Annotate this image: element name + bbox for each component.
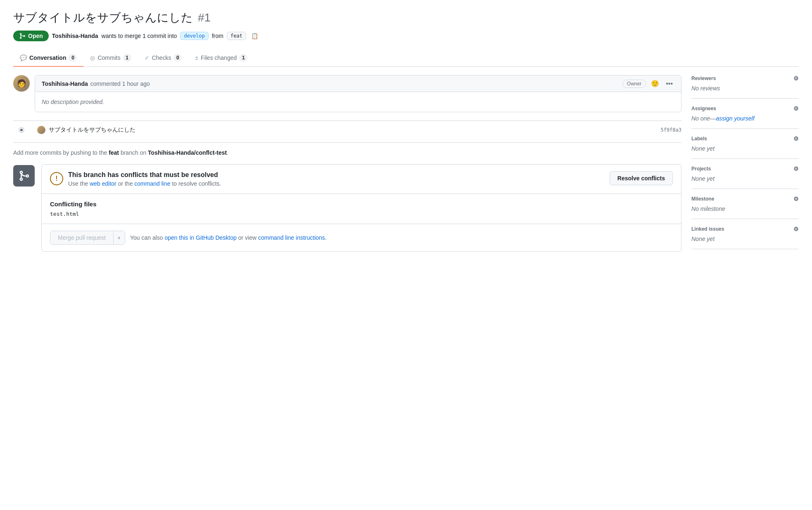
emoji-reaction-button[interactable]: 🙂 [649, 79, 661, 88]
sidebar-milestone: Milestone ⚙ No milestone [691, 189, 799, 219]
projects-gear-icon[interactable]: ⚙ [793, 165, 799, 172]
merge-icon [18, 170, 30, 182]
conflict-title: This branch has conflicts that must be r… [68, 171, 221, 179]
labels-gear-icon[interactable]: ⚙ [793, 135, 799, 142]
page-title: サブタイトルをサブちゃんにした #1 [13, 10, 799, 26]
pr-author: Toshihisa-Handa [52, 33, 98, 39]
projects-value: None yet [691, 175, 799, 182]
merge-info: You can also open this in GitHub Desktop… [130, 234, 327, 241]
tabs-bar: 💬 Conversation 0 ◎ Commits 1 ✓ Checks 0 … [13, 50, 799, 67]
sidebar-labels: Labels ⚙ None yet [691, 129, 799, 159]
sidebar-reviewers: Reviewers ⚙ No reviews [691, 75, 799, 99]
reviewers-value: No reviews [691, 85, 799, 92]
commit-hash[interactable]: 5f9f8a3 [660, 127, 681, 133]
conflict-card: ! This branch has conflicts that must be… [41, 164, 681, 252]
resolve-conflicts-button[interactable]: Resolve conflicts [610, 171, 673, 185]
warning-icon: ! [50, 172, 63, 185]
tab-files-changed[interactable]: ± Files changed 1 [188, 50, 254, 67]
merge-icon-box [13, 165, 35, 187]
main-content: 🧑 Toshihisa-Handa commented 1 hour ago O… [13, 75, 681, 262]
owner-badge: Owner [622, 80, 646, 88]
merge-section: Merge pull request ▾ You can also open t… [42, 224, 681, 251]
sidebar: Reviewers ⚙ No reviews Assignees ⚙ No on… [691, 75, 799, 262]
source-branch-pill[interactable]: feat [227, 32, 246, 40]
repo-link[interactable]: Toshihisa-Handa/conflct-test [148, 149, 227, 156]
merge-dropdown-button[interactable]: ▾ [113, 231, 125, 244]
checks-icon: ✓ [145, 54, 150, 61]
web-editor-link[interactable]: web editor [90, 180, 116, 187]
target-branch-pill[interactable]: develop [180, 32, 209, 40]
merge-btn-group: Merge pull request ▾ [50, 231, 125, 245]
open-status-badge: Open [13, 31, 49, 41]
milestone-gear-icon[interactable]: ⚙ [793, 196, 799, 202]
tab-commits[interactable]: ◎ Commits 1 [83, 50, 138, 67]
comment-author: Toshihisa-Handa [42, 80, 88, 87]
assignees-gear-icon[interactable]: ⚙ [793, 105, 799, 112]
sidebar-linked-issues: Linked issues ⚙ None yet [691, 219, 799, 249]
commit-message: サブタイトルをサブちゃんにした [49, 126, 657, 134]
labels-value: None yet [691, 145, 799, 152]
assignees-value: No one—assign yourself [691, 115, 799, 122]
command-line-instructions-link[interactable]: command line instructions [258, 234, 325, 241]
files-icon: ± [195, 54, 198, 61]
conflict-files-title: Conflicting files [50, 201, 673, 208]
sidebar-projects: Projects ⚙ None yet [691, 159, 799, 189]
commits-icon: ◎ [90, 54, 95, 61]
commit-entry: サブタイトルをサブちゃんにした 5f9f8a3 [13, 120, 681, 139]
merge-pull-request-button[interactable]: Merge pull request [50, 231, 113, 244]
comment-time: commented 1 hour ago [90, 80, 150, 87]
command-line-link[interactable]: command line [134, 180, 170, 187]
assign-yourself-link[interactable]: No one—assign yourself [691, 115, 755, 122]
tab-conversation[interactable]: 💬 Conversation 0 [13, 50, 83, 67]
more-options-button[interactable]: ••• [664, 79, 674, 88]
conflict-files: Conflicting files test.html [42, 194, 681, 224]
git-merge-icon [19, 33, 26, 39]
clipboard-icon[interactable]: 📋 [251, 33, 258, 39]
comment-header: Toshihisa-Handa commented 1 hour ago Own… [35, 76, 681, 92]
avatar: 🧑 [13, 75, 30, 92]
tab-checks[interactable]: ✓ Checks 0 [138, 50, 189, 67]
github-desktop-link[interactable]: open this in GitHub Desktop [165, 234, 237, 241]
milestone-value: No milestone [691, 205, 799, 212]
linked-issues-value: None yet [691, 236, 799, 242]
commit-avatar [37, 126, 45, 134]
conflict-file: test.html [50, 211, 673, 217]
conflict-section: ! This branch has conflicts that must be… [13, 164, 681, 252]
conflict-desc: Use the web editor or the command line t… [68, 180, 221, 187]
push-info: Add more commits by pushing to the feat … [13, 142, 681, 164]
linked-issues-gear-icon[interactable]: ⚙ [793, 226, 799, 232]
reviewers-gear-icon[interactable]: ⚙ [793, 75, 799, 82]
pr-meta: Open Toshihisa-Handa wants to merge 1 co… [13, 31, 799, 41]
comment-body: No description provided. [35, 92, 681, 112]
conversation-icon: 💬 [20, 54, 27, 61]
sidebar-assignees: Assignees ⚙ No one—assign yourself [691, 99, 799, 129]
comment-wrapper: 🧑 Toshihisa-Handa commented 1 hour ago O… [13, 75, 681, 112]
comment-box: Toshihisa-Handa commented 1 hour ago Own… [35, 75, 681, 112]
